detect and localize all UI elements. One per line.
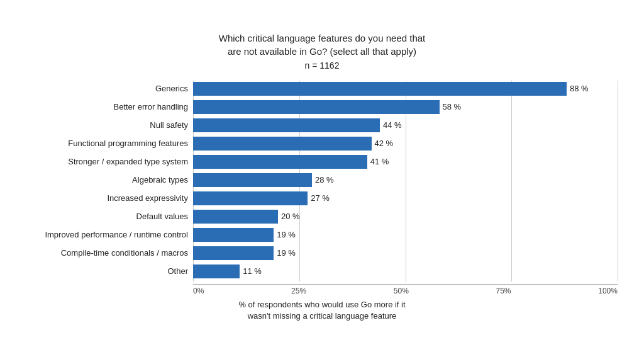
bar-track: 20 % <box>193 210 618 224</box>
x-label-line2: wasn't missing a critical language featu… <box>248 311 397 321</box>
bar-row: Better error handling58 % <box>26 99 618 115</box>
x-label-line1: % of respondents who would use Go more i… <box>238 300 405 309</box>
chart-title: Which critical language features do you … <box>26 31 618 58</box>
bar-track: 19 % <box>193 228 618 242</box>
chart-n: n = 1162 <box>26 60 618 71</box>
bar-fill <box>193 173 312 187</box>
bar-row: Improved performance / runtime control19… <box>26 227 618 243</box>
bar-pct-label: 44 % <box>383 120 402 130</box>
bar-track: 41 % <box>193 155 618 169</box>
bar-pct-label: 11 % <box>243 266 262 276</box>
bar-fill <box>193 228 274 242</box>
bar-track: 44 % <box>193 118 618 132</box>
title-line2: are not available in Go? (select all tha… <box>228 46 416 57</box>
bar-track: 11 % <box>193 265 618 278</box>
bar-track: 19 % <box>193 246 618 260</box>
bar-row: Functional programming features42 % <box>26 135 618 152</box>
bar-pct-label: 19 % <box>277 248 296 258</box>
bar-row: Compile-time conditionals / macros19 % <box>26 245 618 261</box>
bar-track: 27 % <box>193 191 618 205</box>
bar-label: Other <box>26 266 193 276</box>
bar-label: Default values <box>26 212 193 221</box>
bar-fill <box>193 210 278 224</box>
x-tick-label: 75% <box>496 287 511 295</box>
bar-label: Compile-time conditionals / macros <box>26 248 193 258</box>
x-tick-label: 25% <box>291 287 306 295</box>
x-axis-ticks: 0%25%50%75%100% <box>193 284 618 295</box>
n-label: n = 1162 <box>305 60 340 71</box>
bar-pct-label: 28 % <box>315 175 334 185</box>
bar-fill <box>193 82 567 96</box>
bar-label: Algebraic types <box>26 175 193 185</box>
bar-pct-label: 88 % <box>570 84 589 93</box>
bar-label: Increased expressivity <box>26 193 193 203</box>
bar-fill <box>193 265 240 278</box>
bar-row: Null safety44 % <box>26 117 618 134</box>
bar-label: Null safety <box>26 120 193 130</box>
bar-pct-label: 20 % <box>281 212 300 221</box>
bar-fill <box>193 246 274 260</box>
bar-label: Functional programming features <box>26 139 193 148</box>
bar-pct-label: 41 % <box>370 157 389 166</box>
bar-track: 28 % <box>193 173 618 187</box>
bar-label: Better error handling <box>26 102 193 111</box>
x-tick-label: 50% <box>394 287 409 295</box>
grid-line <box>618 81 618 282</box>
bar-row: Other11 % <box>26 263 618 280</box>
x-tick-label: 0% <box>193 287 204 295</box>
bar-track: 58 % <box>193 100 618 114</box>
bar-row: Algebraic types28 % <box>26 172 618 188</box>
chart-x-label: % of respondents who would use Go more i… <box>26 299 618 322</box>
title-line1: Which critical language features do you … <box>219 33 426 43</box>
bar-track: 42 % <box>193 137 618 151</box>
x-tick-label: 100% <box>598 287 618 295</box>
bar-label: Stronger / expanded type system <box>26 157 193 166</box>
bar-fill <box>193 118 380 132</box>
bars-section: Generics88 %Better error handling58 %Nul… <box>26 81 618 282</box>
bar-pct-label: 19 % <box>277 230 296 239</box>
x-axis: 0%25%50%75%100% <box>193 284 618 295</box>
bar-row: Default values20 % <box>26 208 618 225</box>
bar-pct-label: 27 % <box>311 193 330 203</box>
bar-track: 88 % <box>193 82 618 96</box>
bar-fill <box>193 137 372 151</box>
bar-row: Increased expressivity27 % <box>26 190 618 207</box>
bar-label: Generics <box>26 84 193 93</box>
chart-container: Which critical language features do you … <box>20 19 624 328</box>
bar-fill <box>193 100 440 114</box>
bar-row: Generics88 % <box>26 81 618 97</box>
bar-row: Stronger / expanded type system41 % <box>26 154 618 170</box>
bar-fill <box>193 155 367 169</box>
bar-label: Improved performance / runtime control <box>26 230 193 239</box>
bar-pct-label: 58 % <box>443 102 462 111</box>
bar-fill <box>193 191 308 205</box>
bar-pct-label: 42 % <box>375 139 394 148</box>
